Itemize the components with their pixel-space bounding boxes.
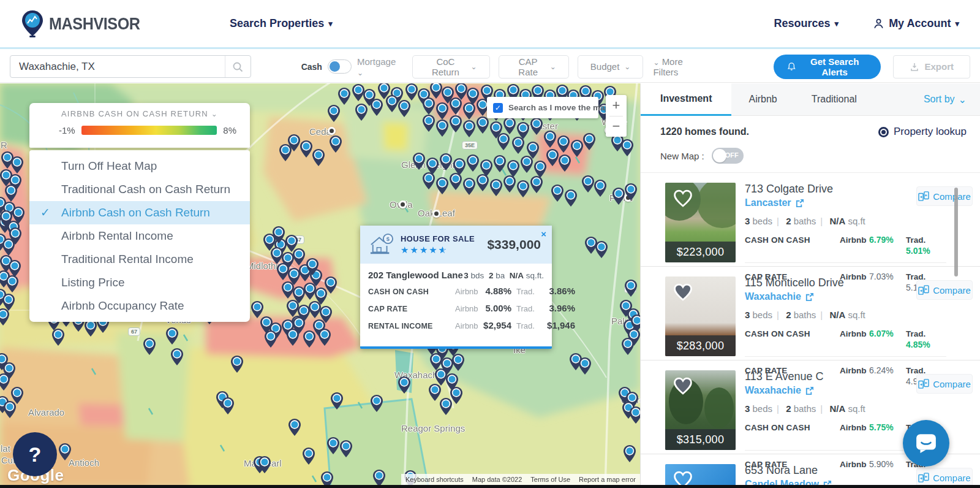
map-pin[interactable]	[302, 447, 315, 465]
map-pin[interactable]	[439, 153, 453, 171]
map-pin[interactable]	[329, 135, 342, 153]
tab-investment[interactable]: Investment	[641, 83, 731, 116]
map-pin[interactable]	[629, 406, 640, 424]
compare-button[interactable]: Compare	[916, 374, 973, 394]
map-pin[interactable]	[6, 275, 19, 293]
map-pin[interactable]	[493, 154, 507, 173]
map-pin[interactable]	[594, 179, 607, 197]
map-pin[interactable]	[435, 119, 449, 137]
map-pin[interactable]	[497, 132, 510, 151]
map-pin[interactable]	[258, 456, 271, 474]
map-pin[interactable]	[324, 276, 337, 294]
map-pin[interactable]	[337, 87, 351, 105]
cap-rate-filter[interactable]: CAP Rate⌄	[499, 55, 569, 78]
property-photo[interactable]: $223,000	[665, 183, 736, 262]
map-pin[interactable]	[503, 175, 516, 193]
map-pin[interactable]	[0, 373, 10, 391]
map-pin[interactable]	[330, 392, 344, 410]
map-pin[interactable]	[595, 240, 608, 259]
mortgage-dropdown[interactable]: Mortgage ⌄	[357, 56, 399, 77]
nav-my-account[interactable]: My Account▾	[873, 17, 959, 30]
property-photo[interactable]: $315,000	[665, 370, 736, 450]
cash-mortgage-toggle[interactable]	[328, 59, 352, 74]
mashvisor-logo[interactable]: MASHVISOR	[21, 10, 150, 38]
search-as-move-checkbox[interactable]: ✓ Search as I move the map	[487, 97, 598, 118]
new-map-toggle[interactable]: OFF	[712, 148, 744, 164]
map-pin[interactable]	[221, 397, 235, 415]
map-pin[interactable]	[0, 308, 10, 326]
map-pin[interactable]	[623, 444, 636, 463]
map-pin[interactable]	[272, 226, 285, 244]
map-pin[interactable]	[462, 177, 476, 196]
map-pin[interactable]	[385, 94, 399, 113]
property-city-link[interactable]: Waxahachie	[745, 385, 814, 396]
map-pin[interactable]	[543, 130, 557, 148]
favorite-heart-icon[interactable]	[673, 283, 693, 302]
tab-airbnb[interactable]: Airbnb	[731, 83, 794, 115]
property-lookup-toggle[interactable]: Property lookup	[878, 126, 967, 138]
property-card[interactable]: $283,000 115 Monticello Drive Waxahachie…	[641, 267, 980, 360]
map-pin[interactable]	[170, 348, 184, 366]
nav-search-properties[interactable]: Search Properties▾	[230, 17, 333, 30]
map-pin[interactable]	[9, 227, 22, 245]
map-pin[interactable]	[0, 210, 13, 228]
map-pin[interactable]	[612, 187, 625, 205]
map-pin[interactable]	[422, 97, 435, 115]
map-pin[interactable]	[306, 257, 319, 276]
map-pin[interactable]	[462, 102, 476, 120]
map-pin[interactable]	[620, 139, 634, 157]
get-search-alerts-button[interactable]: Get Search Alerts	[774, 55, 881, 79]
map-pin[interactable]	[300, 140, 313, 158]
property-city-link[interactable]: Lancaster	[745, 197, 804, 208]
map-pin[interactable]	[570, 139, 584, 158]
zoom-out-button[interactable]: −	[606, 116, 627, 137]
map-pin[interactable]	[558, 154, 571, 172]
menu-item-traditional-coc[interactable]: Traditional Cash on Cash Return	[29, 178, 250, 201]
map-pin[interactable]	[435, 102, 449, 120]
zoom-in-button[interactable]: +	[606, 95, 627, 116]
nav-resources[interactable]: Resources▾	[774, 17, 839, 30]
keyboard-shortcuts-link[interactable]: Keyboard shortcuts	[401, 474, 468, 485]
map-pin[interactable]	[582, 132, 596, 151]
map-pin[interactable]	[546, 148, 559, 167]
tab-traditional[interactable]: Traditional	[794, 83, 874, 115]
compare-button[interactable]: Compare	[916, 280, 973, 300]
favorite-heart-icon[interactable]	[673, 189, 693, 208]
menu-item-turn-off-heat-map[interactable]: Turn Off Heat Map	[29, 154, 250, 178]
map-pin[interactable]	[51, 328, 65, 346]
property-photo[interactable]: $283,000	[665, 276, 736, 356]
map-pin[interactable]	[476, 173, 489, 192]
menu-item-listing-price[interactable]: Listing Price	[29, 271, 250, 294]
map-pin[interactable]	[449, 97, 462, 115]
menu-item-airbnb-rental-income[interactable]: Airbnb Rental Income	[29, 224, 250, 248]
map-pin[interactable]	[581, 175, 595, 193]
map-pin[interactable]	[564, 189, 578, 207]
map-pin[interactable]	[264, 330, 277, 348]
map-pin[interactable]	[288, 418, 301, 437]
map-pin[interactable]	[165, 327, 179, 345]
heatmap-metric-dropdown[interactable]: AIRBNB CASH ON CASH RETURN ⌄	[29, 109, 250, 118]
map-pin[interactable]	[451, 353, 465, 372]
map-pin[interactable]	[230, 355, 244, 373]
map-pin[interactable]	[412, 152, 426, 170]
map-pin[interactable]	[621, 337, 635, 356]
export-button[interactable]: Export	[893, 55, 970, 78]
map-pin[interactable]	[405, 83, 418, 101]
map-pin[interactable]	[624, 183, 638, 201]
map-pin[interactable]	[520, 155, 533, 173]
map-pin[interactable]	[326, 437, 340, 455]
map-pin[interactable]	[449, 115, 462, 133]
map-pin[interactable]	[449, 172, 462, 191]
map-pin[interactable]	[435, 177, 449, 195]
map-pin[interactable]	[489, 178, 503, 197]
map-pin[interactable]	[439, 397, 453, 416]
map-pin[interactable]	[58, 443, 72, 461]
map-pin[interactable]	[398, 376, 411, 394]
map-pin[interactable]	[551, 184, 564, 202]
map-pin[interactable]	[476, 116, 489, 134]
map-pin[interactable]	[370, 394, 383, 413]
map-pin[interactable]	[530, 175, 543, 194]
map-pin[interactable]	[624, 279, 638, 297]
map-pin[interactable]	[3, 400, 17, 419]
panel-scrollbar[interactable]	[954, 188, 958, 276]
